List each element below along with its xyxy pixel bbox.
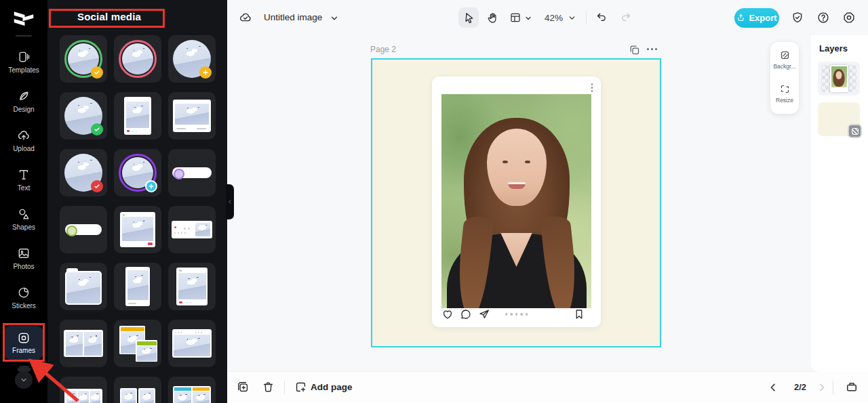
text-icon [17, 168, 31, 182]
thumbnail-graphic [64, 389, 102, 403]
frame-thumbnail-post-landscape[interactable] [168, 92, 216, 140]
sidebar-item-stickers[interactable]: Stickers [0, 286, 47, 310]
chevron-left-icon [227, 198, 233, 205]
sidebar-divider [16, 35, 32, 37]
page-label: Page 2 [370, 45, 396, 54]
next-page-button [816, 382, 827, 393]
frame-thumbnail-pill-left[interactable] [60, 206, 107, 253]
thumbnail-graphic [172, 329, 212, 358]
sidebar-item-templates[interactable]: Templates [0, 50, 47, 74]
frame-thumbnail-post-with-header[interactable] [168, 263, 216, 310]
settings-gear-icon[interactable] [842, 11, 856, 24]
frame-thumbnail-circle-plus[interactable] [168, 35, 216, 83]
frame-thumbnail-grid-colored[interactable] [168, 377, 216, 403]
chevron-down-icon[interactable] [524, 14, 532, 22]
undo-icon[interactable] [596, 12, 608, 24]
present-box-icon[interactable] [845, 380, 859, 394]
back-button[interactable] [61, 12, 71, 22]
duplicate-page-button[interactable] [237, 381, 250, 394]
thumbnail-graphic [173, 386, 211, 403]
frame-thumbnail-pill[interactable] [168, 149, 216, 196]
sidebar-item-design[interactable]: Design [0, 89, 47, 113]
frame-thumbnail-bar-wide[interactable] [168, 206, 216, 253]
duplicate-page-icon[interactable] [629, 44, 640, 56]
frame-thumbnail-circle-purple-ring[interactable] [114, 149, 161, 196]
frames-icon [17, 331, 31, 345]
thumbnail-graphic [125, 267, 150, 306]
layout-board-icon[interactable] [509, 12, 521, 24]
resize-button[interactable]: Resize [770, 84, 799, 104]
frame-thumbnail-two-panes[interactable] [60, 320, 107, 367]
frame-thumbnail-circle-check-green[interactable] [60, 92, 107, 140]
upload-icon [17, 129, 31, 142]
frame-thumbnail-strip-three[interactable] [60, 377, 107, 403]
export-button[interactable]: Export [734, 8, 779, 28]
layer-item-background[interactable] [818, 102, 860, 136]
frame-thumbnail-folder[interactable] [60, 263, 107, 310]
previous-page-button[interactable] [768, 382, 778, 393]
frame-thumbnail-windows-stacked[interactable] [114, 320, 161, 367]
thumbnail-graphic [124, 97, 151, 135]
instagram-frame-element[interactable] [432, 77, 601, 327]
sidebar-item-photos[interactable]: Photos [0, 247, 47, 270]
frame-thumbnail-post-portrait-small[interactable] [114, 263, 161, 310]
background-icon [780, 50, 790, 60]
background-button[interactable]: Backgr... [770, 50, 799, 70]
frame-thumbnail-two-squares[interactable] [114, 377, 161, 403]
page-more-menu-icon[interactable] [647, 48, 657, 50]
export-label: Export [749, 13, 776, 23]
thumbnail-graphic [172, 167, 212, 178]
layers-panel: Layers [811, 35, 868, 372]
chevron-down-icon[interactable] [568, 14, 576, 22]
add-page-label[interactable]: Add page [311, 382, 353, 392]
cursor-icon [462, 12, 475, 24]
frame-thumbnail-circle-check-red[interactable] [60, 149, 107, 196]
frame-thumbnail-browser[interactable] [168, 320, 216, 367]
layer-item-frame-photo[interactable] [818, 62, 860, 96]
heart-icon [441, 308, 454, 320]
hand-icon [486, 12, 499, 24]
thumbnail-graphic [120, 388, 155, 403]
shapes-icon [17, 207, 31, 221]
resize-icon [780, 84, 790, 94]
sidebar-item-label: Stickers [12, 302, 36, 310]
sidebar-item-shapes[interactable]: Shapes [0, 207, 47, 231]
bottom-bar: Add page 2/2 [227, 371, 868, 403]
canvas-page[interactable] [371, 58, 661, 347]
background-label: Backgr... [773, 63, 795, 70]
bookmark-icon [573, 308, 585, 320]
panel-collapse-handle[interactable] [226, 184, 234, 219]
photos-icon [17, 247, 31, 260]
zoom-level[interactable]: 42% [545, 13, 563, 23]
stickers-icon [17, 286, 31, 299]
sidebar-item-text[interactable]: Text [0, 168, 47, 192]
sidebar-more-button[interactable] [15, 371, 33, 389]
add-page-icon[interactable] [294, 381, 307, 394]
stripes-icon [852, 128, 859, 135]
capcut-logo-icon[interactable] [12, 6, 36, 30]
delete-page-button[interactable] [262, 381, 275, 394]
comment-icon [460, 308, 472, 320]
export-icon [736, 14, 745, 22]
templates-icon [17, 50, 31, 64]
frame-thumbnail-post-portrait[interactable] [114, 92, 161, 140]
thumbnail-graphic [64, 330, 103, 357]
project-title[interactable]: Untitled image [264, 12, 322, 22]
help-icon[interactable] [816, 11, 830, 24]
sidebar-item-label: Text [18, 184, 30, 192]
frame-thumbnail-post-square[interactable] [114, 206, 161, 253]
sidebar-item-frames[interactable]: Frames [4, 326, 43, 360]
chevron-down-icon[interactable] [330, 14, 339, 23]
shield-check-icon[interactable] [791, 11, 804, 24]
hand-tool-button[interactable] [482, 7, 502, 28]
frame-thumbnail-circle-green-ring[interactable] [60, 35, 107, 83]
sidebar-item-label: Design [13, 106, 34, 113]
frame-thumbnail-circle-pink-ring[interactable] [114, 35, 161, 83]
layer-thumbnail [830, 65, 848, 92]
thumbnail-graphic [119, 40, 157, 78]
select-tool-button[interactable] [458, 7, 479, 28]
plus-badge-icon [199, 66, 212, 79]
sidebar-item-upload[interactable]: Upload [0, 129, 47, 152]
thumbnail-graphic [65, 224, 102, 235]
portrait-photo [441, 94, 591, 308]
